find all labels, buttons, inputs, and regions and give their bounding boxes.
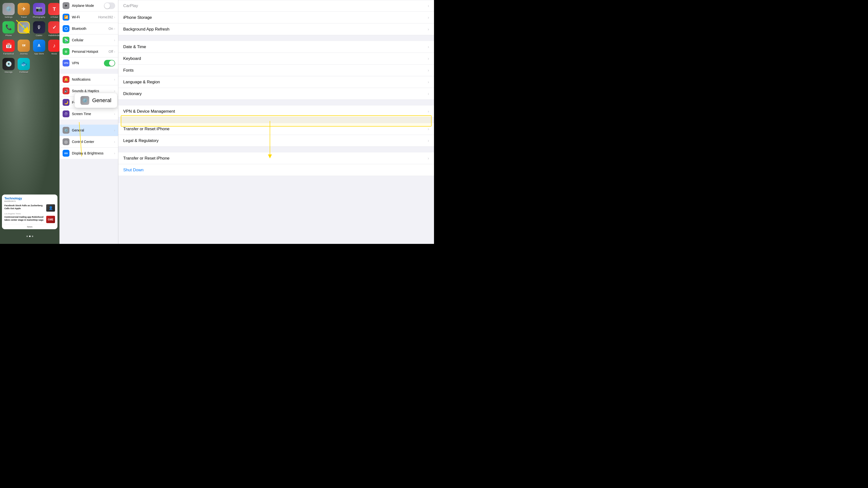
display-brightness-row[interactable]: AA Display & Brightness › (60, 148, 118, 159)
date-time-row[interactable]: Date & Time › (118, 41, 434, 53)
vpn-toggle[interactable] (104, 60, 115, 66)
app-icon-phone[interactable]: 📞 Phone (2, 21, 15, 37)
app-icon-fishbowl[interactable]: 🐟 Fishbowl (18, 58, 30, 73)
hotspot-label: Personal Hotspot (72, 50, 108, 54)
app-icon-castro[interactable]: 🎙 Castro (33, 21, 45, 37)
date-time-label: Date & Time (123, 44, 428, 50)
fonts-label: Fonts (123, 68, 428, 73)
page-dots (0, 235, 59, 237)
vpn-row[interactable]: VPN VPN (60, 58, 118, 69)
app-icon-mticket[interactable]: T mTicket (48, 3, 59, 18)
photography-app-icon[interactable]: 📷 (33, 3, 45, 15)
discogs-app-icon[interactable]: 💿 (2, 58, 15, 70)
page-dot-2 (32, 235, 33, 237)
date-time-chevron: › (428, 44, 429, 50)
news-article-2[interactable]: Controversial trading app Robinhood take… (2, 215, 58, 224)
carplay-label: CarPlay (123, 3, 428, 8)
language-region-row[interactable]: Language & Region › (118, 76, 434, 88)
app-label-phone: Phone (5, 34, 12, 37)
iphone-storage-label: iPhone Storage (123, 15, 428, 20)
appstore-app-icon[interactable]: A (33, 40, 45, 52)
general-section: ⚙️ General › ◎ Control Center › AA Displ… (60, 125, 118, 159)
control-center-label: Control Center (72, 140, 114, 144)
settings-highlighted-icon[interactable]: ⚙️ (18, 21, 30, 33)
background-refresh-row[interactable]: Background App Refresh › (118, 24, 434, 35)
shutdown-row[interactable]: Shut Down (118, 164, 434, 176)
app-icon-habitminder[interactable]: ✓ HabitMinder (48, 21, 59, 37)
phone-app-icon[interactable]: 📞 (2, 21, 15, 33)
app-icon-journey[interactable]: 🗺 Journey (18, 40, 30, 55)
dictionary-label: Dictionary (123, 91, 428, 96)
control-center-row[interactable]: ◎ Control Center › (60, 136, 118, 148)
bluetooth-row[interactable]: ⬡ Bluetooth On › (60, 23, 118, 34)
general-popup-label: General (92, 97, 111, 104)
legal-row[interactable]: Legal & Regulatory › (118, 135, 434, 147)
castro-app-icon[interactable]: 🎙 (33, 21, 45, 33)
app-icon-settings[interactable]: ⚙️ Settings (2, 3, 15, 18)
travel-app-icon[interactable]: ✈ (18, 3, 30, 15)
app-icon-discogs[interactable]: 💿 Discogs (2, 58, 15, 73)
news-article-1[interactable]: Facebook Stock Falls as Zuckerberg Calls… (2, 203, 58, 213)
screentime-row[interactable]: ⏱ Screen Time › (60, 108, 118, 120)
airplane-mode-row[interactable]: ✈ Airplane Mode (60, 0, 118, 11)
news-footer: News (2, 224, 58, 229)
app-label-travel: Travel (21, 16, 27, 18)
vpn-device-label: VPN & Device Management (123, 109, 428, 114)
app-icon-fantastical[interactable]: 📅 Fantastical (2, 40, 15, 55)
iphone-homescreen: ⚙️ Settings ✈ Travel 📷 Photography T mTi… (0, 0, 59, 244)
app-label-castro: Castro (36, 34, 42, 37)
keyboard-chevron: › (428, 56, 429, 61)
app-icon-photography[interactable]: 📷 Photography (33, 3, 45, 18)
fonts-row[interactable]: Fonts › (118, 65, 434, 76)
transfer-reset-row[interactable]: Transfer or Reset iPhone › (118, 123, 434, 135)
notifications-chevron: › (114, 77, 115, 82)
settings-list: ✈ Airplane Mode 📶 Wi-Fi Home392 › ⬡ Blue… (60, 0, 118, 159)
wifi-row[interactable]: 📶 Wi-Fi Home392 › (60, 11, 118, 23)
iphone-storage-row[interactable]: iPhone Storage › (118, 12, 434, 24)
dictionary-row[interactable]: Dictionary › (118, 88, 434, 100)
general-row[interactable]: ⚙️ General › (60, 125, 118, 136)
app-label-appstore: App Store (34, 53, 44, 55)
app-icon-music[interactable]: ♪ Music (48, 40, 59, 55)
vpn-device-row[interactable]: VPN & Device Management › (118, 105, 434, 117)
app-label-habitminder: HabitMinder (49, 34, 59, 37)
cellular-chevron: › (114, 38, 115, 42)
airplane-mode-icon: ✈ (63, 2, 69, 9)
iphone-storage-chevron: › (428, 15, 429, 20)
fishbowl-app-icon[interactable]: 🐟 (18, 58, 30, 70)
general-settings-list: CarPlay › iPhone Storage › Background Ap… (118, 0, 434, 176)
habitminder-app-icon[interactable]: ✓ (48, 21, 59, 33)
news-widget[interactable]: Technology BARRON'S Facebook Stock Falls… (2, 195, 58, 229)
bluetooth-value: On (108, 27, 113, 31)
app-icon-appstore[interactable]: A App Store (33, 40, 45, 55)
airplane-mode-toggle[interactable] (104, 2, 115, 9)
language-region-label: Language & Region (123, 80, 428, 85)
app-icon-settings-highlighted[interactable]: ⚙️ (18, 21, 30, 37)
hotspot-value: Off (108, 50, 113, 54)
settings-panel: ✈ Airplane Mode 📶 Wi-Fi Home392 › ⬡ Blue… (59, 0, 118, 244)
cellular-row[interactable]: 📡 Cellular › (60, 34, 118, 46)
mticket-app-icon[interactable]: T (48, 3, 59, 15)
section-gap-2 (60, 120, 118, 125)
wifi-chevron: › (114, 15, 115, 19)
keyboard-row[interactable]: Keyboard › (118, 53, 434, 65)
settings-app-icon[interactable]: ⚙️ (2, 3, 15, 15)
fantastical-app-icon[interactable]: 📅 (2, 40, 15, 52)
app-icon-travel[interactable]: ✈ Travel (18, 3, 30, 18)
journey-app-icon[interactable]: 🗺 (18, 40, 30, 52)
news-headline-1: Facebook Stock Falls as Zuckerberg Calls… (4, 204, 45, 210)
right-gap-2 (118, 100, 434, 105)
vpn-icon: VPN (63, 60, 69, 66)
transfer-reset2-row[interactable]: Transfer or Reset iPhone › (118, 153, 434, 164)
notifications-row[interactable]: 🔔 Notifications › (60, 74, 118, 85)
right-gap-3 (118, 117, 434, 123)
control-center-icon: ◎ (63, 138, 69, 145)
music-app-icon[interactable]: ♪ (48, 40, 59, 52)
hotspot-chevron: › (114, 50, 115, 54)
carplay-row[interactable]: CarPlay › (118, 0, 434, 12)
transfer-reset-label: Transfer or Reset iPhone (123, 127, 428, 131)
hotspot-row[interactable]: ⊕ Personal Hotspot Off › (60, 46, 118, 58)
notifications-label: Notifications (72, 77, 114, 82)
general-chevron: › (114, 128, 115, 132)
transfer-reset-chevron: › (428, 127, 429, 131)
